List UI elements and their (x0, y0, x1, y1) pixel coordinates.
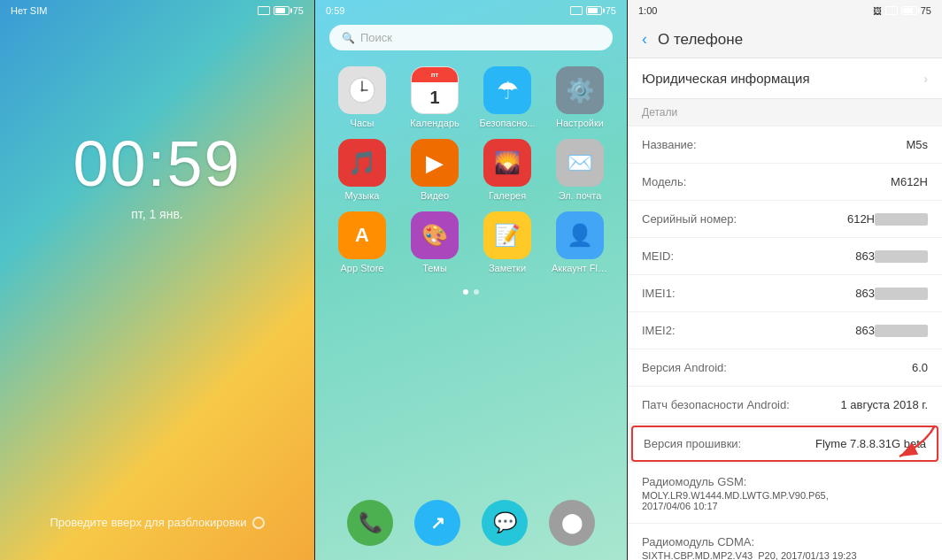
screen-icon (258, 6, 270, 15)
home-screen: 0:59 75 🔍 Поиск Часы пт (314, 0, 628, 560)
info-imei1-row: IMEI1: 863xxxxxxxxx (628, 275, 942, 312)
phone-icon: 📞 (359, 511, 382, 534)
unlock-text: Проведите вверх для разблокировки (50, 516, 246, 529)
serial-value: 612Hxxxxxxx (847, 212, 928, 226)
info-android-row: Версия Android: 6.0 (628, 349, 942, 387)
unlock-icon (252, 517, 265, 529)
app-security[interactable]: ☂ Безопасно... (475, 66, 540, 128)
app-icon-gallery: 🌄 (483, 139, 531, 187)
app-settings[interactable]: ⚙️ Настройки (547, 66, 613, 128)
lock-carrier: Нет SIM (11, 5, 47, 16)
lock-status-right: 75 (258, 5, 304, 16)
app-video[interactable]: ▶ Видео (402, 139, 467, 201)
battery-level: 75 (293, 5, 304, 16)
app-icon-themes: 🎨 (411, 211, 459, 259)
app-grid: Часы пт 1 Календарь ☂ Безопасно... ⚙️ На… (315, 58, 627, 282)
lock-date: пт, 1 янв. (0, 207, 314, 221)
app-icon-notes: 📝 (483, 211, 531, 259)
app-label-notes: Заметки (489, 263, 526, 273)
lock-unlock-hint[interactable]: Проведите вверх для разблокировки (0, 516, 314, 529)
firmware-label: Версия прошивки: (644, 437, 741, 450)
meid-blurred: xxxxxxxxx (875, 250, 928, 263)
home-status-right: 75 (570, 5, 616, 16)
gsm-value: MOLY.LR9.W1444.MD.LWTG.MP.V90.P65,2017/0… (642, 490, 829, 511)
legal-label: Юридическая информация (642, 71, 810, 86)
chevron-right-icon: › (923, 72, 928, 86)
app-gallery[interactable]: 🌄 Галерея (475, 139, 540, 201)
cdma-label: Радиомодуль CDMA: (642, 535, 754, 548)
app-icon-music: 🎵 (338, 139, 386, 187)
dock-messages[interactable]: 💬 (482, 500, 528, 546)
search-icon: 🔍 (342, 32, 355, 44)
battery-icon (901, 6, 917, 15)
settings-title: О телефоне (658, 31, 743, 49)
app-themes[interactable]: 🎨 Темы (402, 211, 467, 273)
battery-level: 75 (606, 5, 616, 16)
app-icon-email: ✉️ (556, 139, 604, 187)
app-label-video: Видео (421, 190, 449, 201)
app-label-music: Музыка (345, 190, 380, 201)
model-label: Модель: (642, 175, 686, 188)
model-value: M612H (891, 175, 928, 188)
arrow-annotation (882, 417, 942, 465)
app-calendar[interactable]: пт 1 Календарь (402, 66, 467, 128)
name-label: Название: (642, 138, 697, 151)
gsm-label: Радиомодуль GSM: (642, 475, 746, 488)
settings-status-bar: 1:00 🖼 75 (628, 0, 942, 21)
app-clock[interactable]: Часы (329, 66, 395, 128)
settings-screen: 1:00 🖼 75 ‹ О телефоне Юридическая инфор… (628, 0, 942, 560)
android-value: 6.0 (912, 361, 928, 374)
info-meid-row: MEID: 863xxxxxxxxx (628, 238, 942, 275)
camera-icon: ⬤ (561, 511, 583, 534)
app-account[interactable]: 👤 Аккаунт Fly... (547, 211, 613, 273)
app-icon-video: ▶ (411, 139, 459, 187)
lock-time: 00:59 (0, 127, 314, 200)
app-label-clock: Часы (351, 118, 374, 128)
android-label: Версия Android: (642, 361, 727, 374)
image-icon: 🖼 (873, 6, 882, 16)
app-icon-account: 👤 (556, 211, 604, 259)
home-status-bar: 0:59 75 (315, 0, 627, 21)
app-label-email: Эл. почта (559, 190, 602, 201)
app-store[interactable]: A App Store (329, 211, 395, 273)
back-button[interactable]: ‹ (642, 30, 647, 49)
browser-icon: ↗ (430, 512, 445, 533)
calendar-month: пт (412, 67, 458, 82)
search-bar[interactable]: 🔍 Поиск (329, 25, 613, 50)
app-icon-calendar: пт 1 (411, 66, 459, 114)
app-label-security: Безопасно... (479, 118, 535, 128)
app-icon-security: ☂ (483, 66, 531, 114)
info-name-row: Название: M5s (628, 127, 942, 164)
app-email[interactable]: ✉️ Эл. почта (547, 139, 613, 201)
info-cdma-row: Радиомодуль CDMA: SIXTH.CBP.MD.MP2.V43_P… (628, 524, 942, 560)
meid-label: MEID: (642, 249, 674, 263)
legal-info-row[interactable]: Юридическая информация › (628, 58, 942, 99)
app-icon-store: A (338, 211, 386, 259)
meid-value: 863xxxxxxxxx (855, 249, 928, 263)
app-label-settings: Настройки (556, 118, 604, 128)
info-imei2-row: IMEI2: 863xxxxxxxxx (628, 312, 942, 349)
dock-browser[interactable]: ↗ (414, 500, 460, 546)
app-label-calendar: Календарь (410, 118, 459, 128)
imei1-value: 863xxxxxxxxx (855, 287, 928, 300)
app-music[interactable]: 🎵 Музыка (329, 139, 395, 201)
lock-status-bar: Нет SIM 75 (0, 0, 314, 21)
battery-icon (274, 6, 290, 15)
imei1-blurred: xxxxxxxxx (875, 288, 928, 300)
page-indicator (315, 289, 627, 295)
dock-camera[interactable]: ⬤ (549, 500, 595, 546)
dock-phone[interactable]: 📞 (347, 500, 393, 546)
app-icon-clock (338, 66, 386, 114)
info-gsm-row: Радиомодуль GSM: MOLY.LR9.W1444.MD.LWTG.… (628, 464, 942, 524)
page-dot-2 (474, 289, 479, 295)
messages-icon: 💬 (493, 511, 517, 534)
battery-icon (586, 6, 602, 15)
battery-level: 75 (921, 5, 931, 16)
app-icon-settings: ⚙️ (556, 66, 604, 114)
name-value: M5s (906, 138, 928, 151)
app-notes[interactable]: 📝 Заметки (475, 211, 540, 273)
settings-time: 1:00 (638, 5, 657, 16)
app-label-themes: Темы (422, 263, 447, 273)
search-placeholder: Поиск (360, 31, 392, 44)
page-dot-1 (463, 289, 468, 295)
